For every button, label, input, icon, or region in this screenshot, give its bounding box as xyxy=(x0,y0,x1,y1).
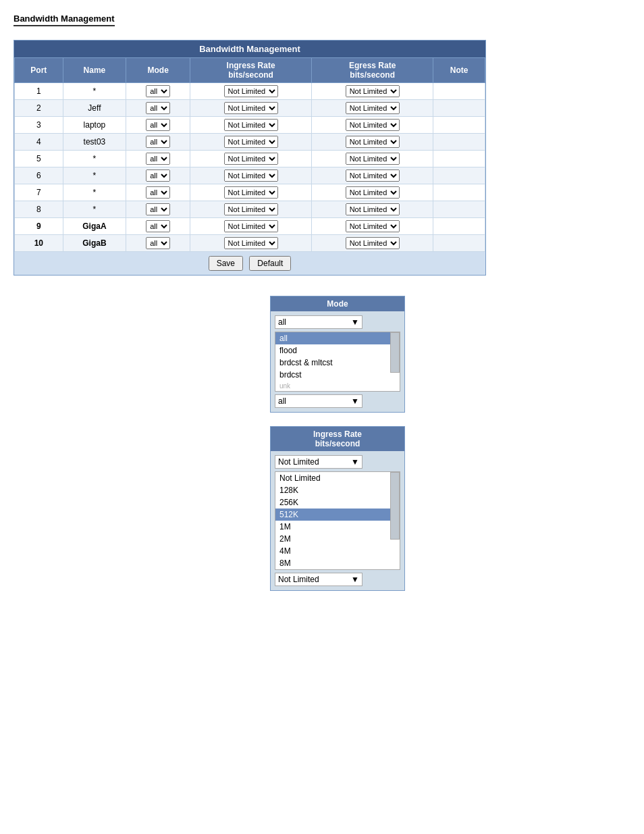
row-mode-1[interactable]: all xyxy=(126,83,190,100)
mode-option-all[interactable]: all xyxy=(275,332,390,344)
row-note-4 xyxy=(433,134,485,151)
egress-select-7[interactable]: Not Limited xyxy=(346,186,400,199)
row-name-7: * xyxy=(63,184,126,201)
row-egress-5[interactable]: Not Limited xyxy=(312,151,433,167)
ingress-option-not-limited[interactable]: Not Limited xyxy=(275,472,390,484)
row-mode-10[interactable]: all xyxy=(126,235,190,252)
egress-select-3[interactable]: Not Limited xyxy=(346,119,400,131)
row-mode-5[interactable]: all xyxy=(126,151,190,167)
ingress-select-2[interactable]: Not Limited xyxy=(224,102,278,114)
row-egress-2[interactable]: Not Limited xyxy=(312,100,433,117)
ingress-scrollbar[interactable] xyxy=(390,472,400,540)
egress-select-1[interactable]: Not Limited xyxy=(346,85,400,97)
row-name-5: * xyxy=(63,151,126,167)
ingress-option-1m[interactable]: 1M xyxy=(275,521,390,533)
row-ingress-10[interactable]: Not Limited xyxy=(190,235,312,252)
row-ingress-2[interactable]: Not Limited xyxy=(190,100,312,117)
mode-footer-value: all xyxy=(278,396,286,406)
egress-select-5[interactable]: Not Limited xyxy=(346,153,400,165)
row-ingress-5[interactable]: Not Limited xyxy=(190,151,312,167)
ingress-options-list: Not Limited 128K 256K 512K 1M 2M 4M 8M xyxy=(275,471,400,570)
mode-options-list: all flood brdcst & mltcst brdcst unk xyxy=(275,332,400,392)
ingress-popup-content: Not Limited ▼ Not Limited 128K 256K 512K… xyxy=(271,451,404,590)
row-mode-9[interactable]: all xyxy=(126,218,190,235)
ingress-option-8m[interactable]: 8M xyxy=(275,557,390,569)
mode-option-flood[interactable]: flood xyxy=(275,344,390,357)
row-mode-3[interactable]: all xyxy=(126,117,190,134)
row-ingress-3[interactable]: Not Limited xyxy=(190,117,312,134)
row-mode-2[interactable]: all xyxy=(126,100,190,117)
egress-select-10[interactable]: Not Limited xyxy=(346,237,400,249)
ingress-option-512k[interactable]: 512K xyxy=(275,509,390,521)
row-mode-6[interactable]: all xyxy=(126,167,190,184)
mode-footer-dropdown[interactable]: all ▼ xyxy=(275,394,363,408)
row-note-8 xyxy=(433,201,485,218)
row-note-1 xyxy=(433,83,485,100)
egress-select-6[interactable]: Not Limited xyxy=(346,170,400,182)
col-note: Note xyxy=(433,58,485,83)
row-egress-1[interactable]: Not Limited xyxy=(312,83,433,100)
ingress-select-7[interactable]: Not Limited xyxy=(224,186,278,199)
row-ingress-1[interactable]: Not Limited xyxy=(190,83,312,100)
col-ingress: Ingress Ratebits/second xyxy=(190,58,312,83)
ingress-select-5[interactable]: Not Limited xyxy=(224,153,278,165)
table-footer: Save Default xyxy=(14,252,485,275)
row-ingress-8[interactable]: Not Limited xyxy=(190,201,312,218)
mode-select-4[interactable]: all xyxy=(146,136,170,148)
mode-select-8[interactable]: all xyxy=(146,203,170,215)
row-egress-4[interactable]: Not Limited xyxy=(312,134,433,151)
row-note-3 xyxy=(433,117,485,134)
egress-select-9[interactable]: Not Limited xyxy=(346,220,400,232)
ingress-select-6[interactable]: Not Limited xyxy=(224,170,278,182)
row-ingress-7[interactable]: Not Limited xyxy=(190,184,312,201)
row-egress-6[interactable]: Not Limited xyxy=(312,167,433,184)
ingress-option-128k[interactable]: 128K xyxy=(275,484,390,496)
row-port-5: 5 xyxy=(15,151,63,167)
mode-select-7[interactable]: all xyxy=(146,186,170,199)
row-mode-7[interactable]: all xyxy=(126,184,190,201)
row-ingress-4[interactable]: Not Limited xyxy=(190,134,312,151)
mode-option-unk[interactable]: unk xyxy=(275,381,390,391)
mode-dropdown-display[interactable]: all ▼ xyxy=(275,315,363,329)
ingress-select-3[interactable]: Not Limited xyxy=(224,119,278,131)
mode-select-2[interactable]: all xyxy=(146,102,170,114)
row-ingress-9[interactable]: Not Limited xyxy=(190,218,312,235)
row-egress-10[interactable]: Not Limited xyxy=(312,235,433,252)
mode-option-brdcst[interactable]: brdcst xyxy=(275,369,390,381)
ingress-option-2m[interactable]: 2M xyxy=(275,533,390,545)
mode-select-6[interactable]: all xyxy=(146,170,170,182)
mode-option-brdcst-mltcst[interactable]: brdcst & mltcst xyxy=(275,357,390,369)
egress-select-8[interactable]: Not Limited xyxy=(346,203,400,215)
mode-popup-content: all ▼ all flood brdcst & mltcst brdcst u… xyxy=(271,311,404,412)
ingress-select-10[interactable]: Not Limited xyxy=(224,237,278,249)
row-name-4: test03 xyxy=(63,134,126,151)
ingress-option-256k[interactable]: 256K xyxy=(275,496,390,509)
row-egress-3[interactable]: Not Limited xyxy=(312,117,433,134)
mode-select-3[interactable]: all xyxy=(146,119,170,131)
egress-select-2[interactable]: Not Limited xyxy=(346,102,400,114)
default-button[interactable]: Default xyxy=(249,256,291,271)
save-button[interactable]: Save xyxy=(209,256,243,271)
row-egress-9[interactable]: Not Limited xyxy=(312,218,433,235)
ingress-dropdown-display[interactable]: Not Limited ▼ xyxy=(275,455,363,469)
ingress-select-9[interactable]: Not Limited xyxy=(224,220,278,232)
egress-select-4[interactable]: Not Limited xyxy=(346,136,400,148)
ingress-select-8[interactable]: Not Limited xyxy=(224,203,278,215)
ingress-select-4[interactable]: Not Limited xyxy=(224,136,278,148)
ingress-option-4m[interactable]: 4M xyxy=(275,545,390,557)
row-ingress-6[interactable]: Not Limited xyxy=(190,167,312,184)
row-mode-8[interactable]: all xyxy=(126,201,190,218)
mode-select-5[interactable]: all xyxy=(146,153,170,165)
mode-select-1[interactable]: all xyxy=(146,85,170,97)
row-egress-8[interactable]: Not Limited xyxy=(312,201,433,218)
mode-select-9[interactable]: all xyxy=(146,220,170,232)
mode-select-10[interactable]: all xyxy=(146,237,170,249)
mode-chevron-icon: ▼ xyxy=(351,317,359,327)
row-mode-4[interactable]: all xyxy=(126,134,190,151)
mode-scrollbar[interactable] xyxy=(390,332,400,373)
ingress-footer-dropdown[interactable]: Not Limited ▼ xyxy=(275,573,363,586)
ingress-select-1[interactable]: Not Limited xyxy=(224,85,278,97)
page-header-underline: Bandwidth Management xyxy=(14,14,115,26)
col-name: Name xyxy=(63,58,126,83)
row-egress-7[interactable]: Not Limited xyxy=(312,184,433,201)
